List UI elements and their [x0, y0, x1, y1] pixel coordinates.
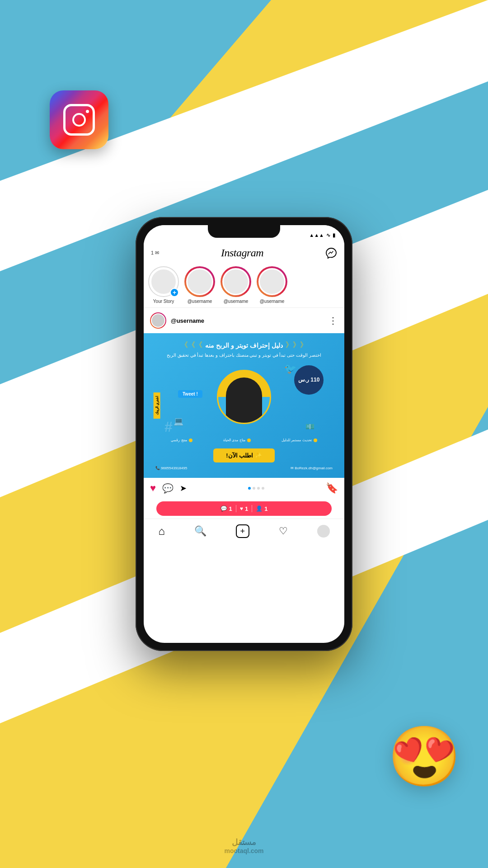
phone-contact: 📞 9665543918495 [155, 466, 187, 470]
chevrons-left: 》》》 [286, 340, 307, 350]
watermark-text: مستقل [224, 837, 263, 847]
camera-lens [72, 113, 86, 127]
post-carousel-dots [248, 487, 264, 490]
post-actions: ♥ 💬 ➤ 🔖 [144, 478, 344, 499]
your-story-label: Your Story [153, 299, 174, 304]
person-circle [217, 370, 271, 424]
post-options-button[interactable]: ⋮ [328, 315, 338, 326]
price-badge: 110 ر.س [294, 365, 324, 395]
follower-notif: 👤 1 [256, 505, 267, 512]
email-contact: ✉ BoRezk.dh@gmail.com [291, 466, 333, 470]
like-notif: ♥ 1 [240, 505, 248, 512]
notification-wrapper: 💬 1 ♥ 1 👤 1 [144, 499, 344, 519]
feature-2-label: متاح مدى الحياة [223, 438, 245, 442]
cta-button[interactable]: ✨ اطلب الآن! [213, 448, 275, 462]
phone-mockup: ▲▲▲ ∿ ▮ 1 ✉ Instagram [136, 217, 352, 651]
post-content: اشتري الرينك 《《《 دليل إحتراف تويتر و الر… [144, 333, 344, 478]
post-user-info: @username [150, 312, 204, 329]
like-notif-count: 1 [245, 505, 248, 512]
story-ring-2 [221, 266, 251, 297]
chevrons-right: 《《《 [181, 340, 202, 350]
dot-1 [248, 487, 251, 490]
laptop-icon: 💻 [174, 416, 183, 426]
post-title-arabic: دليل إحتراف تويتر و الربح منه [205, 342, 282, 349]
instagram-app-icon [50, 90, 108, 149]
post-username: @username [171, 317, 204, 324]
phone-notch [208, 225, 280, 238]
features-row: منتج رقمي متاح مدى الحياة تحديث مستمر لل… [151, 434, 337, 444]
follower-notif-count: 1 [264, 505, 267, 512]
camera-icon [63, 104, 95, 136]
story-item-2[interactable]: @username [221, 266, 251, 304]
wifi-icon: ∿ [326, 232, 330, 238]
feature-1: منتج رقمي [171, 438, 192, 442]
dot-3 [257, 487, 260, 490]
like-notif-icon: ♥ [240, 505, 243, 512]
comment-notif: 💬 1 [221, 505, 232, 512]
story-item-1[interactable]: @username [184, 266, 215, 304]
price-text: 110 ر.س [298, 377, 320, 383]
stories-row: + Your Story @username @username [144, 263, 344, 308]
messenger-icon[interactable] [325, 247, 337, 259]
follower-notif-icon: 👤 [256, 505, 263, 512]
feature-3-label: تحديث مستمر للدليل [282, 438, 311, 442]
story-label-1: @username [188, 299, 212, 304]
hashtag-decoration: # [164, 419, 173, 435]
post-left-actions: ♥ 💬 ➤ [150, 482, 187, 494]
search-nav-button[interactable]: 🔍 [194, 525, 206, 537]
story-add-button[interactable]: + [170, 288, 179, 297]
post-header: @username ⋮ [144, 308, 344, 333]
tweet-badge: Tweet ! [178, 390, 202, 398]
phone-screen: ▲▲▲ ∿ ▮ 1 ✉ Instagram [144, 225, 344, 643]
dm-notification: 1 ✉ [151, 250, 159, 256]
phone-body: ▲▲▲ ∿ ▮ 1 ✉ Instagram [136, 217, 352, 651]
share-button[interactable]: ➤ [180, 483, 187, 493]
story-label-3: @username [260, 299, 285, 304]
signal-icon: ▲▲▲ [309, 232, 324, 238]
feature-1-label: منتج رقمي [171, 438, 187, 442]
story-item-3[interactable]: @username [257, 266, 287, 304]
dot-2 [253, 487, 255, 490]
watermark-subtext: mootaql.com [224, 847, 263, 854]
contact-row: 📞 9665543918495 ✉ BoRezk.dh@gmail.com [151, 464, 337, 472]
home-nav-button[interactable]: ⌂ [158, 525, 165, 538]
post-subtitle-arabic: اختصر الوقت حتى تبدأ في تويتر و تبني منص… [151, 352, 337, 359]
feature-2: متاح مدى الحياة [223, 438, 250, 442]
story-label-2: @username [224, 299, 249, 304]
watermark: مستقل mootaql.com [224, 837, 263, 854]
cta-area: ✨ اطلب الآن! [151, 447, 337, 464]
status-icons: ▲▲▲ ∿ ▮ [309, 232, 335, 238]
sidebar-label: اشتري الرينك [154, 392, 160, 419]
bookmark-button[interactable]: 🔖 [326, 482, 338, 494]
bottom-navigation: ⌂ 🔍 + ♡ [144, 519, 344, 545]
money-icon: 💵 [305, 422, 314, 431]
instagram-logo: Instagram [221, 247, 263, 259]
post-image: اشتري الرينك 《《《 دليل إحتراف تويتر و الر… [144, 333, 344, 478]
person-silhouette [226, 377, 262, 423]
dot-4 [262, 487, 264, 490]
camera-dot [86, 110, 89, 113]
comment-notif-count: 1 [229, 505, 232, 512]
add-nav-button[interactable]: + [236, 524, 249, 538]
heart-nav-button[interactable]: ♡ [279, 525, 288, 537]
battery-icon: ▮ [333, 232, 335, 238]
story-ring-3 [257, 266, 287, 297]
post-avatar [150, 312, 166, 329]
story-ring-1 [184, 266, 215, 297]
profile-nav-button[interactable] [317, 525, 330, 538]
story-item-your-story[interactable]: + Your Story [148, 266, 179, 304]
instagram-header: 1 ✉ Instagram [144, 245, 344, 263]
notification-bar[interactable]: 💬 1 ♥ 1 👤 1 [156, 501, 332, 516]
heart-eyes-emoji: 😍 [388, 722, 461, 791]
comment-button[interactable]: 💬 [162, 483, 174, 494]
feature-3: تحديث مستمر للدليل [282, 438, 317, 442]
twitter-icon: 🐦 [284, 363, 296, 375]
like-button[interactable]: ♥ [150, 482, 156, 494]
comment-notif-icon: 💬 [221, 505, 227, 512]
